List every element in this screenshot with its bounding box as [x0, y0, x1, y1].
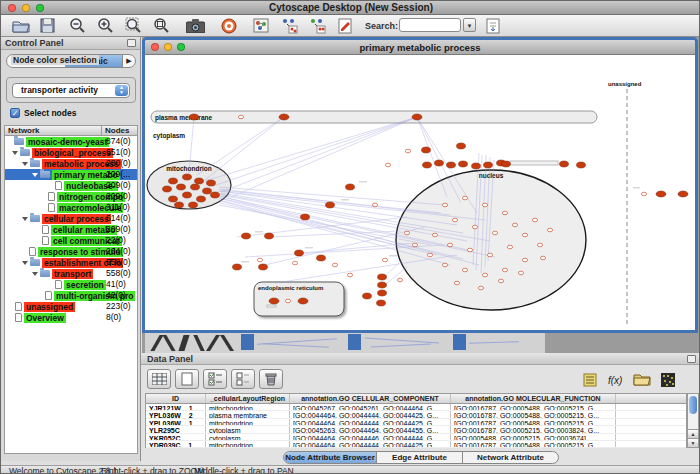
- tree-row[interactable]: mosaic-demo-yeast874(0): [5, 136, 137, 147]
- formula-notepad-icon[interactable]: [579, 371, 601, 388]
- expander-icon[interactable]: [32, 272, 38, 276]
- new-attribute-icon[interactable]: [175, 369, 199, 389]
- data-panel-header: Data Panel: [141, 353, 700, 365]
- file-icon: [48, 192, 55, 201]
- table-scrollbar[interactable]: ▲ ▼: [687, 393, 699, 448]
- column-header[interactable]: ID: [146, 394, 206, 403]
- file-icon: [29, 247, 36, 256]
- tree-row[interactable]: macromolecule311(0): [5, 202, 137, 213]
- expander-icon[interactable]: [22, 217, 28, 221]
- zoom-window-icon[interactable]: [36, 4, 44, 12]
- tree-row[interactable]: response to stimulu264(0): [5, 246, 137, 257]
- tab-edge-attribute-browser[interactable]: Edge Attribute Browser: [376, 452, 462, 463]
- file-icon: [55, 181, 62, 190]
- file-icon: [45, 291, 52, 300]
- zoom-in-icon[interactable]: [93, 16, 117, 35]
- select-attributes-icon[interactable]: [203, 369, 227, 389]
- tree-row[interactable]: cellular process614(0): [5, 213, 137, 224]
- table-row[interactable]: YDR039C__1mitochondrion[GO:0044464, GO:0…: [146, 441, 686, 448]
- attribute-matrix-icon[interactable]: [657, 371, 679, 388]
- float-panel-icon[interactable]: [127, 39, 136, 47]
- close-view-icon[interactable]: [151, 43, 159, 51]
- column-header[interactable]: annotation.GO CELLULAR_COMPONENT: [290, 394, 451, 403]
- window-edge-fragment: [453, 334, 466, 350]
- network-desktop: primary metabolic process plasma membran…: [142, 37, 700, 353]
- function-builder-icon[interactable]: f(x): [605, 371, 627, 388]
- unassigned-label: unassigned: [608, 81, 642, 87]
- tab-scroll-right-icon[interactable]: ▶: [122, 55, 135, 67]
- minimize-window-icon[interactable]: [22, 4, 30, 12]
- zoom-hint: Right-click + drag to ZOOM: [101, 466, 204, 474]
- zoom-selected-icon[interactable]: [149, 16, 173, 35]
- select-nodes-row: ✓ Select nodes: [10, 107, 76, 119]
- tree-row-selected[interactable]: primary metabo209(...: [5, 169, 137, 180]
- table-row[interactable]: YPL036W__2plasma membrane[GO:0044464, GO…: [146, 411, 686, 418]
- folder-icon: [20, 149, 30, 156]
- tab-network-attribute-browser[interactable]: Network Attribute Browser: [462, 452, 558, 463]
- combobox-stepper-icon[interactable]: ▲▼: [115, 85, 128, 96]
- cytoplasm-label: cytoplasm: [153, 132, 185, 140]
- attribute-table-icon[interactable]: [147, 369, 171, 389]
- tree-row[interactable]: nucleobase-209(0): [5, 180, 137, 191]
- table-row[interactable]: YPL036W__1mitochondrion[GO:0044464, GO:0…: [146, 419, 686, 426]
- view-icon[interactable]: [249, 16, 273, 35]
- annotation-icon[interactable]: [333, 16, 357, 35]
- tab-node-attribute-browser[interactable]: Node Attribute Browser: [284, 452, 376, 463]
- column-header[interactable]: annotation.GO MOLECULAR_FUNCTION: [451, 394, 616, 403]
- network-view-window[interactable]: primary metabolic process plasma membran…: [142, 37, 698, 333]
- delete-attribute-icon[interactable]: [259, 369, 283, 389]
- search-options-icon[interactable]: [481, 16, 505, 35]
- close-window-icon[interactable]: [8, 4, 16, 12]
- column-header[interactable]: _cellularLayoutRegion: [206, 394, 290, 403]
- snapshot-icon[interactable]: [183, 16, 207, 35]
- scroll-up-icon[interactable]: ▲: [688, 429, 698, 438]
- expander-icon[interactable]: [22, 162, 28, 166]
- nucleus-label: nucleus: [479, 172, 504, 179]
- control-panel-header: Control Panel: [1, 37, 140, 50]
- tree-row[interactable]: biological_process651(0): [5, 147, 137, 158]
- network-canvas[interactable]: plasma membrane cytoplasm mitochondrion …: [145, 55, 695, 330]
- search-input[interactable]: [399, 18, 461, 32]
- open-icon[interactable]: [9, 16, 33, 35]
- tree-row[interactable]: establishment of lo558(0): [5, 257, 137, 268]
- save-icon[interactable]: [35, 16, 59, 35]
- node-color-combobox[interactable]: transporter activity ▲▼: [12, 83, 130, 98]
- expander-icon[interactable]: [32, 173, 38, 177]
- expander-icon[interactable]: [12, 151, 18, 155]
- minimize-view-icon[interactable]: [164, 43, 172, 51]
- tree-row[interactable]: nitrogen compo209(0): [5, 191, 137, 202]
- scrollbar-thumb[interactable]: [689, 396, 697, 414]
- float-panel-icon[interactable]: [687, 355, 696, 363]
- network-window-titlebar[interactable]: primary metabolic process: [145, 40, 695, 55]
- tree-row[interactable]: cellular metabo209(0): [5, 224, 137, 235]
- help-icon[interactable]: [217, 16, 241, 35]
- zoom-out-icon[interactable]: [65, 16, 89, 35]
- zoom-fit-icon[interactable]: [121, 16, 145, 35]
- select-nodes-checkbox[interactable]: ✓: [10, 108, 20, 118]
- control-panel-title: Control Panel: [5, 38, 64, 48]
- table-row[interactable]: YKR052Ccytoplasm[GO:0044464, GO:0044446,…: [146, 434, 686, 441]
- window-edge-fragment: [241, 334, 254, 350]
- tree-row[interactable]: Overview8(0): [5, 312, 137, 323]
- file-icon: [15, 302, 22, 311]
- tree-row[interactable]: cell communicat22(0): [5, 235, 137, 246]
- unselect-attributes-icon[interactable]: [231, 369, 255, 389]
- tree-row[interactable]: multi-organism pro42(0): [5, 290, 137, 301]
- table-row[interactable]: YLR295Ccytoplasm[GO:0045263, GO:0044464,…: [146, 426, 686, 433]
- tree-row[interactable]: metabolic process280(0): [5, 158, 137, 169]
- layout-a-icon[interactable]: [277, 16, 301, 35]
- file-icon: [42, 236, 49, 245]
- cytoscape-window: Cytoscape Desktop (New Session) Search: …: [0, 0, 700, 474]
- scroll-down-icon[interactable]: ▼: [688, 438, 698, 447]
- tree-row[interactable]: unassigned223(0): [5, 301, 137, 312]
- tree-row[interactable]: secretion41(0): [5, 279, 137, 290]
- network-view-title: primary metabolic process: [145, 40, 695, 55]
- folder-icon: [30, 259, 40, 266]
- tree-row[interactable]: transport558(0): [5, 268, 137, 279]
- expander-icon[interactable]: [22, 261, 28, 265]
- search-dropdown-icon[interactable]: ▼: [463, 18, 476, 32]
- zoom-view-icon[interactable]: [177, 43, 185, 51]
- import-attributes-icon[interactable]: [631, 371, 653, 388]
- table-row[interactable]: YJR121W__1mitochondrion[GO:0045267, GO:0…: [146, 404, 686, 411]
- layout-b-icon[interactable]: [305, 16, 329, 35]
